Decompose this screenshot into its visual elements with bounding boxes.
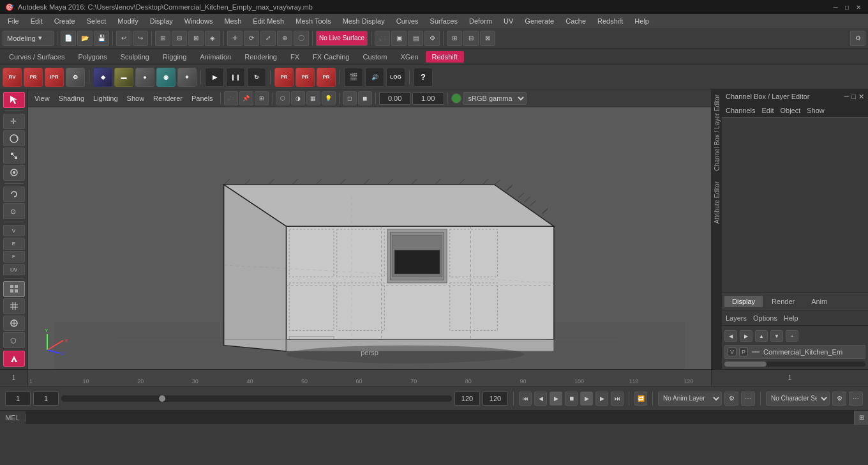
scale-btn[interactable]: ⤢ bbox=[260, 31, 276, 46]
rs-audio-btn[interactable]: 🔊 bbox=[365, 68, 384, 87]
pb-play-fwd-btn[interactable]: ▶ bbox=[580, 392, 593, 406]
timeline[interactable]: 1 1 10 20 30 40 50 60 70 80 90 100 110 1… bbox=[0, 369, 868, 386]
maximize-button[interactable]: □ bbox=[842, 3, 851, 11]
rs-pause-btn[interactable]: ❙❙ bbox=[226, 68, 245, 87]
char-set-dropdown[interactable]: No Character Set bbox=[766, 392, 830, 406]
rs-log-btn[interactable]: LOG bbox=[386, 68, 405, 87]
layer-visible-toggle[interactable]: V bbox=[728, 347, 737, 356]
channel-box-tab[interactable]: Channel Box / Layer Editor bbox=[712, 89, 722, 176]
rotate-btn[interactable]: ⟳ bbox=[244, 31, 259, 46]
grid-show-btn[interactable] bbox=[3, 298, 25, 314]
rs-pr1-btn[interactable]: PR bbox=[24, 68, 43, 87]
vp-res-btn[interactable]: ◼ bbox=[358, 91, 372, 105]
universal-tool-btn[interactable] bbox=[3, 165, 25, 181]
pb-next-key-btn[interactable]: ⏭ bbox=[611, 392, 624, 406]
edge-btn[interactable]: E bbox=[3, 238, 25, 249]
rs-rv-btn[interactable]: RV bbox=[3, 68, 22, 87]
range-start-input[interactable] bbox=[33, 392, 59, 406]
rs-film-btn[interactable]: 🎬 bbox=[344, 68, 363, 87]
vp-menu-panels[interactable]: Panels bbox=[188, 93, 217, 103]
camera-btn[interactable]: 🎥 bbox=[375, 31, 390, 46]
render-tab[interactable]: Render bbox=[764, 296, 802, 307]
lasso-btn[interactable]: ⊟ bbox=[172, 31, 187, 46]
tab-rendering[interactable]: Rendering bbox=[238, 51, 283, 63]
scale-tool-btn[interactable] bbox=[3, 148, 25, 164]
show-menu[interactable]: Show bbox=[807, 107, 825, 114]
undo-btn[interactable]: ↩ bbox=[116, 31, 131, 46]
layers-scrollbar[interactable] bbox=[724, 362, 865, 367]
menu-cache[interactable]: Cache bbox=[560, 16, 591, 26]
soft-select-btn[interactable]: ⊙ bbox=[3, 203, 25, 219]
rs-pr4-btn[interactable]: PR bbox=[317, 68, 336, 87]
vp-bookmark-btn[interactable]: 📌 bbox=[239, 91, 253, 105]
face-btn[interactable]: F bbox=[3, 251, 25, 263]
rp-close-btn[interactable]: ✕ bbox=[858, 93, 864, 101]
channels-menu[interactable]: Channels bbox=[726, 107, 755, 114]
current-frame-input[interactable] bbox=[5, 392, 31, 406]
char-set-settings-btn[interactable]: ⚙ bbox=[832, 392, 846, 406]
menu-file[interactable]: File bbox=[3, 16, 24, 26]
layout-btn1[interactable]: ⊞ bbox=[447, 31, 462, 46]
no-live-surface-btn[interactable]: No Live Surface bbox=[316, 31, 368, 46]
menu-windows[interactable]: Windows bbox=[179, 16, 218, 26]
mel-input[interactable] bbox=[26, 411, 854, 424]
menu-create[interactable]: Create bbox=[49, 16, 80, 26]
pb-stop-btn[interactable]: ⏹ bbox=[565, 392, 578, 406]
display-tab[interactable]: Display bbox=[724, 296, 763, 307]
vp-camera-btn[interactable]: 🎥 bbox=[224, 91, 238, 105]
vp-menu-renderer[interactable]: Renderer bbox=[149, 93, 186, 103]
menu-surfaces[interactable]: Surfaces bbox=[425, 16, 463, 26]
menu-mesh[interactable]: Mesh bbox=[219, 16, 246, 26]
menu-help[interactable]: Help bbox=[629, 16, 654, 26]
redo-btn[interactable]: ↪ bbox=[133, 31, 148, 46]
help-menu[interactable]: Help bbox=[784, 314, 798, 322]
tab-fx-caching[interactable]: FX Caching bbox=[306, 51, 355, 63]
new-file-btn[interactable]: 📄 bbox=[61, 31, 76, 46]
rs-arrow-btn[interactable]: ▶ bbox=[205, 68, 224, 87]
rotate-tool-btn[interactable] bbox=[3, 130, 25, 146]
vp-gamma-dropdown[interactable]: sRGB gamma bbox=[463, 92, 527, 105]
vp-iso-btn[interactable]: ◻ bbox=[343, 91, 357, 105]
vp-texture-btn[interactable]: ▦ bbox=[306, 91, 320, 105]
viewport[interactable]: View Shading Lighting Show Renderer Pane… bbox=[28, 89, 711, 369]
tab-curves-surfaces[interactable]: Curves / Surfaces bbox=[3, 51, 71, 63]
anim-end-input[interactable] bbox=[483, 392, 508, 406]
snap-curve-btn[interactable]: ◈ bbox=[205, 31, 220, 46]
layout-btn3[interactable]: ⊠ bbox=[480, 31, 495, 46]
vp-shade-btn[interactable]: ◑ bbox=[291, 91, 305, 105]
settings-btn[interactable]: ⚙ bbox=[850, 31, 865, 46]
vp-value1-input[interactable]: 0.00 bbox=[379, 92, 411, 105]
snap-grid-btn[interactable]: ⊠ bbox=[188, 31, 204, 46]
pb-loop-btn[interactable]: 🔁 bbox=[634, 392, 647, 406]
show-manipulator-btn[interactable] bbox=[3, 281, 25, 297]
rs-pr2-btn[interactable]: PR bbox=[274, 68, 294, 87]
rp-minimize-btn[interactable]: ─ bbox=[844, 93, 849, 101]
close-button[interactable]: ✕ bbox=[854, 3, 863, 11]
layout-btn2[interactable]: ⊟ bbox=[463, 31, 479, 46]
rs-settings-btn[interactable]: ⚙ bbox=[66, 68, 85, 87]
vp-wireframe-btn[interactable]: ⬡ bbox=[276, 91, 290, 105]
tab-animation[interactable]: Animation bbox=[193, 51, 237, 63]
layers-scrollbar-thumb[interactable] bbox=[724, 362, 767, 367]
pb-prev-key-btn[interactable]: ⏮ bbox=[519, 392, 532, 406]
move-tool-btn[interactable]: ✛ bbox=[3, 114, 25, 130]
menu-edit-mesh[interactable]: Edit Mesh bbox=[248, 16, 289, 26]
rs-star-btn[interactable]: ✦ bbox=[177, 68, 197, 87]
universal-manip-btn[interactable]: ⊕ bbox=[277, 31, 292, 46]
anim-layer-settings-btn[interactable]: ⚙ bbox=[724, 392, 738, 406]
rs-sphere-btn[interactable]: ● bbox=[135, 68, 154, 87]
playback-thumb[interactable] bbox=[159, 395, 165, 402]
soft-mod-btn[interactable]: 〇 bbox=[294, 31, 309, 46]
menu-select[interactable]: Select bbox=[82, 16, 112, 26]
tab-redshift[interactable]: Redshift bbox=[426, 51, 464, 63]
ipr-btn[interactable]: ▤ bbox=[408, 31, 423, 46]
layer-playback-toggle[interactable]: P bbox=[739, 347, 748, 356]
tab-fx[interactable]: FX bbox=[284, 51, 306, 63]
char-set-extra-btn[interactable]: ⋯ bbox=[849, 392, 863, 406]
vp-color-btn[interactable] bbox=[451, 93, 461, 103]
layers-prev-btn[interactable]: ◀ bbox=[724, 330, 737, 342]
save-file-btn[interactable]: 💾 bbox=[94, 31, 109, 46]
menu-redshift[interactable]: Redshift bbox=[592, 16, 628, 26]
layers-up-btn[interactable]: ▲ bbox=[755, 330, 768, 342]
render-region-btn[interactable]: ▣ bbox=[391, 31, 407, 46]
